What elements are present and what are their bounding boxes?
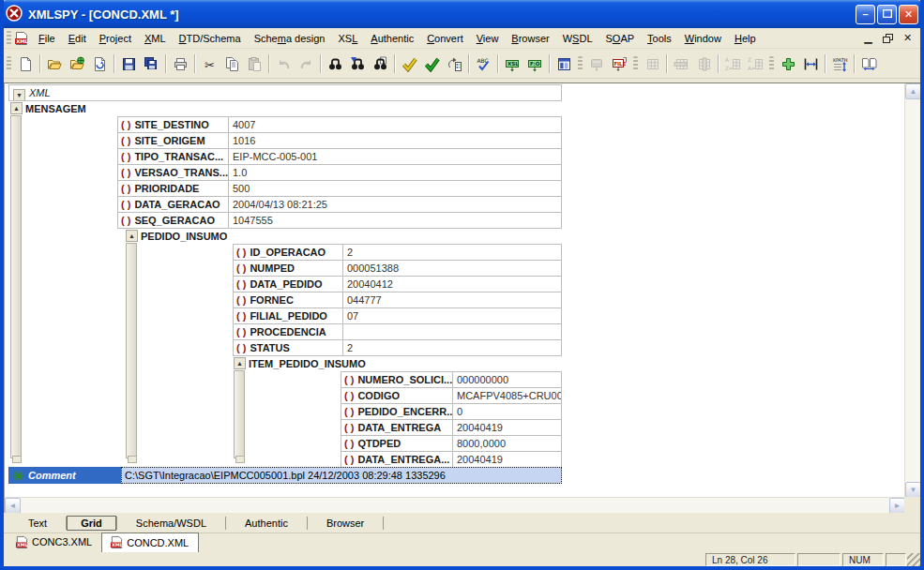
view-tab-browser[interactable]: Browser bbox=[308, 516, 383, 531]
element-value-data-entrega[interactable]: 20040419 bbox=[452, 419, 562, 436]
toolbar-grip[interactable] bbox=[633, 56, 638, 71]
menubar-grip[interactable] bbox=[7, 31, 11, 46]
toolbar-check-wellformed-button[interactable] bbox=[398, 52, 420, 75]
collapse-bar[interactable] bbox=[10, 115, 22, 458]
element-value-prioridade[interactable]: 500 bbox=[228, 180, 562, 197]
element-name-site-destino[interactable]: ( )SITE_DESTINO bbox=[117, 116, 229, 133]
toolbar-save-all-button[interactable] bbox=[140, 52, 162, 75]
element-value-status[interactable]: 2 bbox=[342, 339, 562, 356]
element-name-prioridade[interactable]: ( )PRIORIDADE bbox=[117, 180, 229, 197]
collapse-bar[interactable] bbox=[234, 370, 245, 458]
menu-soap[interactable]: SOAP bbox=[599, 31, 642, 46]
toolbar-open-button[interactable] bbox=[43, 52, 66, 75]
mdi-restore-button[interactable] bbox=[881, 32, 895, 44]
element-name-numero-solici[interactable]: ( )NUMERO_SOLICI... bbox=[341, 371, 453, 388]
toolbar-find-button[interactable] bbox=[324, 52, 346, 75]
toolbar-reload-button[interactable] bbox=[88, 52, 111, 75]
element-value-seq-geracao[interactable]: 1047555 bbox=[228, 212, 562, 229]
element-name-filial-pedido[interactable]: ( )FILIAL_PEDIDO bbox=[233, 308, 343, 324]
toolbar-browser-view-button[interactable] bbox=[553, 52, 575, 75]
toolbar-file-export-button[interactable]: FILE bbox=[608, 52, 630, 75]
element-name-numped[interactable]: ( )NUMPED bbox=[233, 260, 343, 277]
menu-wsdl[interactable]: WSDL bbox=[556, 31, 599, 46]
toolbar-grip[interactable] bbox=[578, 56, 583, 71]
element-name-codigo[interactable]: ( )CODIGO bbox=[341, 387, 453, 404]
element-value-data-geracao[interactable]: 2004/04/13 08:21:25 bbox=[228, 196, 562, 213]
toolbar-find-in-files-button[interactable] bbox=[369, 52, 391, 75]
menu-convert[interactable]: Convert bbox=[420, 31, 470, 46]
element-value-numped[interactable]: 000051388 bbox=[342, 260, 562, 277]
toolbar-compare-documents-button[interactable] bbox=[857, 52, 880, 75]
element-value-numero-solici[interactable]: 000000000 bbox=[452, 371, 562, 388]
toolbar-optimal-widths-button[interactable] bbox=[799, 52, 822, 75]
file-tab-conc3-xml[interactable]: XMLCONC3.XML bbox=[8, 532, 101, 552]
view-tab-text[interactable]: Text bbox=[9, 516, 66, 531]
element-name-pedido-encerr[interactable]: ( )PEDIDO_ENCERR... bbox=[341, 403, 453, 420]
toolbar-xpath-evaluate-button[interactable]: XPATH bbox=[828, 52, 851, 75]
element-value-id-operacao[interactable]: 2 bbox=[342, 244, 562, 261]
element-name-qtdped[interactable]: ( )QTDPED bbox=[341, 435, 453, 452]
resize-grip[interactable] bbox=[907, 553, 920, 566]
element-value-filial-pedido[interactable]: 07 bbox=[342, 308, 562, 324]
element-value-data-entrega[interactable]: 20040419 bbox=[452, 451, 562, 468]
mdi-close-button[interactable]: ✕ bbox=[901, 32, 915, 44]
collapse-button[interactable]: ▲ bbox=[126, 230, 138, 242]
element-name-tipo-transac[interactable]: ( )TIPO_TRANSAC... bbox=[117, 148, 229, 165]
maximize-button[interactable] bbox=[877, 5, 897, 24]
menu-schema-design[interactable]: Schema design bbox=[248, 31, 332, 46]
menu-window[interactable]: Window bbox=[678, 31, 728, 46]
element-name-fornec[interactable]: ( )FORNEC bbox=[233, 292, 343, 308]
collapse-bar[interactable] bbox=[126, 243, 137, 458]
menu-view[interactable]: View bbox=[470, 31, 506, 46]
element-name-mensagem[interactable]: MENSAGEM bbox=[25, 100, 86, 116]
element-name-seq-geracao[interactable]: ( )SEQ_GERACAO bbox=[117, 212, 229, 229]
element-name-versao-trans[interactable]: ( )VERSAO_TRANS... bbox=[117, 164, 229, 181]
element-value-tipo-transac[interactable]: EIP-MCC-005-001 bbox=[228, 148, 562, 165]
element-value-versao-trans[interactable]: 1.0 bbox=[228, 164, 562, 181]
toolbar-find-next-button[interactable] bbox=[346, 52, 369, 75]
collapse-button[interactable]: ▲ bbox=[234, 357, 246, 369]
menu-dtd-schema[interactable]: DTD/Schema bbox=[173, 31, 248, 46]
menu-authentic[interactable]: Authentic bbox=[364, 31, 420, 46]
element-name-site-origem[interactable]: ( )SITE_ORIGEM bbox=[117, 132, 229, 149]
element-name-status[interactable]: ( )STATUS bbox=[233, 339, 343, 356]
comment-value[interactable]: C:\SGT\Integracao\EIPMCC005001.bpl 24/12… bbox=[121, 467, 562, 484]
element-name-procedencia[interactable]: ( )PROCEDENCIA bbox=[233, 323, 343, 340]
element-value-codigo[interactable]: MCAFPV4085+CRU00 bbox=[452, 387, 562, 404]
menu-browser[interactable]: Browser bbox=[505, 31, 555, 46]
toolbar-grip[interactable] bbox=[769, 56, 774, 71]
toolbar-spelling-button[interactable]: ABC bbox=[472, 52, 494, 75]
view-tab-grid[interactable]: Grid bbox=[67, 516, 116, 531]
toolbar-assign-schema-button[interactable] bbox=[443, 52, 465, 75]
menu-tools[interactable]: Tools bbox=[641, 31, 678, 46]
element-value-site-origem[interactable]: 1016 bbox=[228, 132, 562, 149]
menu-edit[interactable]: Edit bbox=[62, 31, 93, 46]
toolbar-xslfo-transform-button[interactable]: F:O bbox=[523, 52, 546, 75]
mdi-minimize-button[interactable]: ▁ bbox=[861, 32, 875, 44]
element-name-data-pedido[interactable]: ( )DATA_PEDIDO bbox=[233, 276, 343, 292]
scroll-down-button[interactable]: ▼ bbox=[905, 482, 921, 498]
toolbar-validate-button[interactable] bbox=[420, 52, 443, 75]
close-button[interactable]: ✕ bbox=[899, 5, 918, 24]
declaration-dropdown-button[interactable]: ▼ bbox=[13, 89, 25, 101]
menu-help[interactable]: Help bbox=[728, 31, 763, 46]
element-value-data-pedido[interactable]: 20040412 bbox=[342, 276, 562, 292]
minimize-button[interactable]: – bbox=[856, 5, 875, 24]
element-value-procedencia[interactable] bbox=[342, 323, 562, 340]
toolbar-open-url-button[interactable] bbox=[66, 52, 88, 75]
xml-declaration-row[interactable]: ▼XML bbox=[8, 84, 562, 101]
collapse-button[interactable]: ▲ bbox=[10, 102, 23, 114]
toolbar-copy-button[interactable] bbox=[220, 52, 243, 75]
horizontal-scrollbar[interactable]: ◄ ► bbox=[5, 497, 905, 513]
menu-xsl[interactable]: XSL bbox=[331, 31, 364, 46]
toolbar-save-button[interactable] bbox=[117, 52, 140, 75]
element-value-pedido-encerr[interactable]: 0 bbox=[452, 403, 562, 420]
element-name-pedido-insumo[interactable]: PEDIDO_INSUMO bbox=[141, 228, 227, 244]
vertical-scrollbar[interactable]: ▲ ▼ bbox=[904, 83, 920, 498]
element-value-site-destino[interactable]: 4007 bbox=[228, 116, 562, 133]
element-value-fornec[interactable]: 044777 bbox=[342, 292, 562, 308]
toolbar-append-child-button[interactable] bbox=[777, 52, 799, 75]
menu-project[interactable]: Project bbox=[93, 31, 138, 46]
menu-xml[interactable]: XML bbox=[138, 31, 173, 46]
toolbar-print-button[interactable] bbox=[169, 52, 191, 75]
